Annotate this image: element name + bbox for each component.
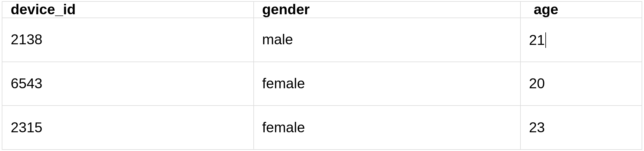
cell-gender[interactable]: female	[254, 106, 520, 150]
table-container: device_id gender age 2138 male 21 6543 f…	[0, 0, 644, 151]
cell-gender[interactable]: male	[254, 18, 520, 62]
table-row: 6543 female 20	[2, 62, 642, 106]
cell-device-id[interactable]: 6543	[2, 62, 254, 106]
data-table: device_id gender age 2138 male 21 6543 f…	[2, 1, 642, 150]
header-row: device_id gender age	[2, 1, 642, 18]
cell-device-id[interactable]: 2315	[2, 106, 254, 150]
cell-age[interactable]: 23	[520, 106, 642, 150]
cell-age[interactable]: 21	[520, 18, 642, 62]
text-caret	[545, 32, 546, 48]
col-header-age: age	[520, 1, 642, 18]
cell-age[interactable]: 20	[520, 62, 642, 106]
col-header-gender: gender	[254, 1, 520, 18]
cell-age-value: 21	[529, 32, 545, 48]
col-header-device-id: device_id	[2, 1, 254, 18]
table-row: 2315 female 23	[2, 106, 642, 150]
cell-gender[interactable]: female	[254, 62, 520, 106]
table-row: 2138 male 21	[2, 18, 642, 62]
cell-device-id[interactable]: 2138	[2, 18, 254, 62]
